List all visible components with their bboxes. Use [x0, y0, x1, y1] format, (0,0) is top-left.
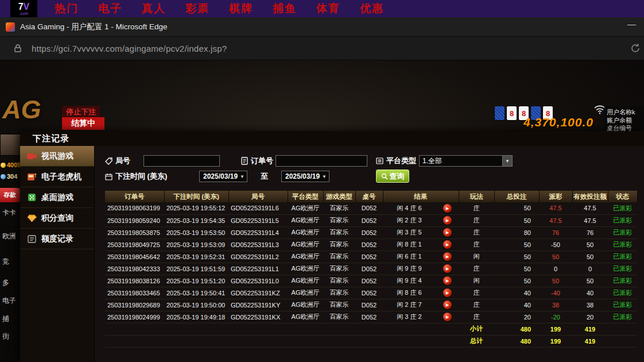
platform-type-select[interactable]: 1.全部 ▼: [419, 155, 513, 167]
play-video-icon[interactable]: ▶: [443, 228, 452, 237]
nav-item-hot[interactable]: 热门: [55, 1, 79, 16]
play-video-icon[interactable]: ▶: [443, 216, 452, 225]
cell-order-no: 250319198053875: [105, 226, 164, 238]
cell-status: 已派彩: [608, 251, 637, 263]
date-to-select[interactable]: 2025/03/19 ▼: [281, 171, 329, 182]
lobby-menu-fragment[interactable]: 卡卡: [2, 208, 16, 218]
sidebar-item-credit-records[interactable]: 额度记录: [20, 229, 94, 249]
cell-result: 闲 6 庄 1: [383, 251, 436, 263]
nav-item-chess[interactable]: 棋牌: [229, 1, 253, 16]
nav-item-promos[interactable]: 优惠: [360, 1, 384, 16]
table-row: 250319198059240 2025-03-19 19:54:35 GD05…: [105, 214, 637, 226]
sidebar-item-slot-machines[interactable]: 电子老虎机: [20, 167, 94, 187]
play-video-icon[interactable]: ▶: [443, 301, 452, 309]
info-line-balance: 账户余额: [607, 116, 644, 124]
cell-valid-bet: 47.5: [572, 202, 608, 214]
col-header-valid-bet: 有效投注额: [572, 191, 608, 202]
info-line-username: 用户名称k: [607, 108, 644, 116]
cell-game-type: 百家乐: [323, 275, 355, 287]
cell-table-no: D052: [355, 202, 383, 214]
sidebar-item-points-query[interactable]: 积分查询: [20, 208, 94, 229]
cell-order-no: 250319198049725: [105, 238, 164, 251]
col-header-round: 局号: [228, 191, 288, 202]
cell-total-bet: 80: [494, 226, 539, 238]
play-video-icon[interactable]: ▶: [443, 204, 452, 213]
refresh-icon[interactable]: [630, 43, 641, 53]
modal-sidebar: 视讯游戏 电子老虎机 桌面游戏: [20, 146, 95, 362]
document-icon: [241, 157, 248, 165]
lobby-menu-fragment[interactable]: 多: [2, 278, 9, 288]
cell-table-no: D052: [355, 263, 383, 275]
sidebar-item-label: 桌面游戏: [41, 192, 73, 203]
play-video-icon[interactable]: ▶: [443, 264, 452, 273]
sidebar-item-table-games[interactable]: 桌面游戏: [20, 187, 94, 208]
lobby-menu-fragment[interactable]: 捕: [2, 314, 9, 324]
magnifier-icon: [381, 173, 388, 180]
nav-item-sports[interactable]: 体育: [316, 1, 340, 16]
cell-valid-bet: 20: [572, 311, 608, 323]
play-video-icon[interactable]: ▶: [443, 240, 452, 249]
cell-status: 已派彩: [608, 202, 637, 214]
cell-bet-time: 2025-03-19 19:51:59: [164, 263, 228, 275]
cell-order-no: 250319198024999: [105, 311, 164, 323]
logo-text: 7V: [18, 2, 30, 11]
round-no-input[interactable]: [143, 155, 220, 167]
cell-play: ▶: [436, 251, 459, 263]
cell-total-bet: 20: [494, 311, 539, 323]
cell-play: ▶: [436, 299, 459, 311]
col-header-status: 状态: [608, 191, 637, 202]
search-button[interactable]: 查询: [376, 170, 409, 183]
cell-valid-bet: 38: [572, 299, 608, 311]
minimize-button[interactable]: —: [627, 19, 636, 29]
table-info-panel: 用户名称k 账户余额 桌台编号: [604, 106, 644, 134]
order-no-input[interactable]: [276, 155, 367, 167]
cell-status: 已派彩: [608, 214, 637, 226]
col-header-payout: 派彩: [539, 191, 572, 202]
nav-item-slots[interactable]: 电子: [98, 1, 122, 16]
stop-betting-badge: 停止下注: [62, 106, 100, 118]
date-from-select[interactable]: 2025/03/19 ▼: [199, 171, 247, 182]
cell-round-no: GD052253191L0: [228, 275, 288, 287]
play-video-icon[interactable]: ▶: [443, 288, 452, 297]
cell-round-no: GD052253191L4: [228, 226, 288, 238]
subtotal-status-spacer: [608, 323, 637, 335]
lock-icon: [14, 44, 22, 53]
table-row: 250319198045642 2025-03-19 19:52:31 GD05…: [105, 251, 637, 263]
nav-item-fishing[interactable]: 捕鱼: [273, 1, 297, 16]
play-video-icon[interactable]: ▶: [443, 276, 452, 285]
lobby-menu-fragment[interactable]: 欧洲: [2, 232, 16, 241]
cell-bet-time: 2025-03-19 19:50:41: [164, 287, 228, 299]
cell-game-type: 百家乐: [323, 299, 355, 311]
order-no-label-group: 订单号: [241, 155, 273, 167]
cell-payout: 47.5: [539, 202, 572, 214]
date-from-value: 2025/03/19: [203, 172, 238, 180]
cell-platform: AG欧洲厅: [288, 214, 323, 226]
cell-game-type: 百家乐: [323, 202, 355, 214]
nav-item-live[interactable]: 真人: [142, 1, 166, 16]
cell-bet-time: 2025-03-19 19:51:20: [164, 275, 228, 287]
lobby-menu-fragment[interactable]: 电子: [2, 296, 16, 306]
cell-order-no: 250319198029689: [105, 299, 164, 311]
deposit-button[interactable]: 存款: [0, 188, 20, 202]
cell-platform: AG欧洲厅: [288, 263, 323, 275]
nav-item-lottery[interactable]: 彩票: [185, 1, 210, 16]
site-logo[interactable]: 7V .com: [10, 0, 37, 17]
cell-payout: -50: [539, 238, 572, 251]
play-video-icon[interactable]: ▶: [443, 252, 452, 261]
sidebar-item-live-games[interactable]: 视讯游戏: [20, 146, 94, 167]
cell-status: 已派彩: [608, 263, 637, 275]
calendar-icon: [105, 173, 112, 180]
cell-payout: 76: [539, 226, 572, 238]
cell-table-no: D052: [355, 214, 383, 226]
lobby-menu-fragment[interactable]: 竞: [2, 257, 9, 267]
table-row: 250319198038126 2025-03-19 19:51:20 GD05…: [105, 275, 637, 287]
total-spacer: [105, 335, 459, 347]
lobby-menu-fragment[interactable]: 街: [2, 332, 9, 341]
cell-round-no: GD052253191L1: [228, 263, 288, 275]
table-row: 250319198049725 2025-03-19 19:53:09 GD05…: [105, 238, 637, 251]
cell-game-type: 百家乐: [323, 226, 355, 238]
date-to-value: 2025/03/19: [285, 172, 320, 180]
play-video-icon[interactable]: ▶: [443, 313, 452, 321]
url-text[interactable]: https://gci.7vvvvvv.com/agingame/pcv2/in…: [32, 44, 227, 53]
jackpot-amount: 4,370,100.0: [523, 115, 593, 129]
